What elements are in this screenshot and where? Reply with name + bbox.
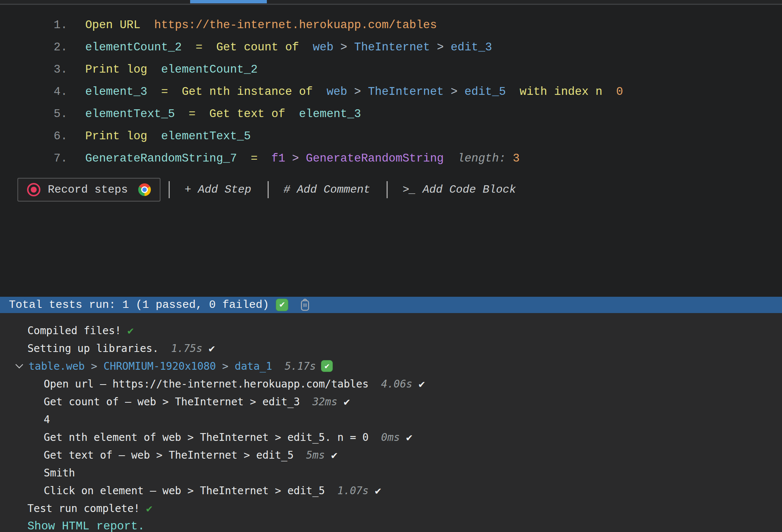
log-line: 4 <box>0 410 782 428</box>
text-segment: > <box>216 360 235 372</box>
text-segment: elementText_5 <box>85 107 175 120</box>
text-segment <box>140 19 154 31</box>
tab-bar <box>0 0 782 5</box>
editor-toolbar: Record steps + Add Step # Add Comment >_… <box>17 178 782 202</box>
chrome-icon <box>138 183 151 196</box>
text-segment: ✔ <box>344 396 350 408</box>
show-html-report-link[interactable]: Show HTML report. <box>0 517 782 532</box>
text-segment: > <box>285 152 306 165</box>
step-content: element_3 = Get nth instance of web > Th… <box>85 85 623 98</box>
text-segment: Get text of <box>209 107 285 120</box>
add-code-block-button[interactable]: >_ Add Code Block <box>402 183 516 196</box>
text-segment: Print log <box>85 63 147 76</box>
text-segment: ✔ <box>209 342 215 355</box>
record-steps-label: Record steps <box>48 183 128 196</box>
step-content: Print log elementText_5 <box>85 130 251 143</box>
text-segment: = <box>182 41 216 54</box>
text-segment: edit_3 <box>451 41 492 54</box>
step-row[interactable]: 3.Print log elementCount_2 <box>0 58 782 80</box>
text-segment: > <box>444 85 464 98</box>
step-number: 6. <box>0 130 67 143</box>
text-segment <box>602 85 616 98</box>
text-segment: elementText_5 <box>161 130 251 143</box>
text-segment: Open url – https://the-internet.herokuap… <box>44 378 381 390</box>
text-segment: 5.17s <box>285 360 316 372</box>
text-segment: Get count of – web > TheInternet > edit_… <box>44 396 312 408</box>
step-content: elementCount_2 = Get count of web > TheI… <box>85 41 492 54</box>
text-segment <box>444 152 457 165</box>
test-group-row[interactable]: table.web > CHROMIUM-1920x1080 > data_1 … <box>0 357 782 375</box>
step-row[interactable]: 7.GenerateRandomString_7 = f1 > Generate… <box>0 147 782 169</box>
text-segment: > <box>334 41 354 54</box>
step-number: 4. <box>0 85 67 98</box>
text-segment: element_3 <box>85 85 147 98</box>
log-line: Compiled files! ✔ <box>0 322 782 339</box>
step-content: Print log elementCount_2 <box>85 63 258 76</box>
text-segment <box>299 41 313 54</box>
text-segment: Click on element – web > TheInternet > e… <box>44 485 337 497</box>
log-line: Smith <box>0 464 782 482</box>
text-segment: 0ms <box>381 431 406 443</box>
text-segment: 0 <box>616 85 623 98</box>
text-segment: element_3 <box>299 107 361 120</box>
step-number: 3. <box>0 63 67 76</box>
text-segment: Open URL <box>85 19 140 31</box>
log-line: Click on element – web > TheInternet > e… <box>0 482 782 499</box>
text-segment: with index n <box>520 85 602 98</box>
steps-list: 1.Open URL https://the-internet.herokuap… <box>0 14 782 169</box>
text-segment: 1.07s <box>337 485 375 497</box>
step-content: GenerateRandomString_7 = f1 > GenerateRa… <box>85 152 520 165</box>
passed-check-emoji <box>276 299 288 311</box>
step-number: 5. <box>0 107 67 120</box>
text-segment: Smith <box>44 467 75 479</box>
text-segment: 4.06s <box>381 378 418 390</box>
step-row[interactable]: 4.element_3 = Get nth instance of web > … <box>0 80 782 103</box>
run-log: Compiled files! ✔Setting up libraries. 1… <box>0 313 782 532</box>
test-steps-editor: 1.Open URL https://the-internet.herokuap… <box>0 5 782 297</box>
text-segment: web <box>313 41 334 54</box>
record-steps-button[interactable]: Record steps <box>17 178 160 202</box>
text-segment: length: <box>458 152 513 165</box>
add-comment-button[interactable]: # Add Comment <box>284 183 370 196</box>
text-segment: Get nth instance of <box>182 85 312 98</box>
log-line: Get text of – web > TheInternet > edit_5… <box>0 446 782 464</box>
trash-icon <box>299 298 311 312</box>
text-segment: Setting up libraries. <box>27 342 171 355</box>
step-row[interactable]: 6.Print log elementText_5 <box>0 125 782 147</box>
text-segment: Get count of <box>216 41 299 54</box>
text-segment: ✔ <box>375 485 381 497</box>
clear-results-button[interactable] <box>299 298 311 312</box>
text-segment: > <box>85 360 104 372</box>
text-segment: 3 <box>513 152 520 165</box>
text-segment: table.web <box>29 360 85 372</box>
text-segment: elementCount_2 <box>85 41 182 54</box>
text-segment: Show HTML report. <box>27 520 145 532</box>
log-line: Get count of – web > TheInternet > edit_… <box>0 393 782 410</box>
text-segment: 1.75s <box>171 342 209 355</box>
step-row[interactable]: 1.Open URL https://the-internet.herokuap… <box>0 14 782 36</box>
record-icon <box>27 183 40 196</box>
step-number: 7. <box>0 152 67 165</box>
add-step-button[interactable]: + Add Step <box>185 183 251 196</box>
active-tab-indicator[interactable] <box>190 0 267 3</box>
text-segment: Get text of – web > TheInternet > edit_5 <box>44 449 306 461</box>
log-line: Get nth element of web > TheInternet > e… <box>0 428 782 446</box>
text-segment: = <box>147 85 182 98</box>
log-line: Setting up libraries. 1.75s ✔ <box>0 339 782 357</box>
step-row[interactable]: 2.elementCount_2 = Get count of web > Th… <box>0 36 782 58</box>
text-segment: ✔ <box>418 378 425 390</box>
text-segment: f1 <box>271 152 285 165</box>
text-segment: = <box>175 107 209 120</box>
chevron-down-icon[interactable] <box>15 363 24 369</box>
log-line: Test run complete! ✔ <box>0 499 782 517</box>
text-segment: ✔ <box>127 325 134 337</box>
toolbar-divider <box>169 181 170 198</box>
text-segment: 32ms <box>312 396 344 408</box>
text-segment: ✔ <box>331 449 337 461</box>
text-segment: edit_5 <box>464 85 506 98</box>
text-segment: Print log <box>85 130 147 143</box>
text-segment: = <box>237 152 271 165</box>
text-segment: Compiled files! <box>27 325 127 337</box>
log-line: Open url – https://the-internet.herokuap… <box>0 375 782 393</box>
step-row[interactable]: 5.elementText_5 = Get text of element_3 <box>0 103 782 125</box>
